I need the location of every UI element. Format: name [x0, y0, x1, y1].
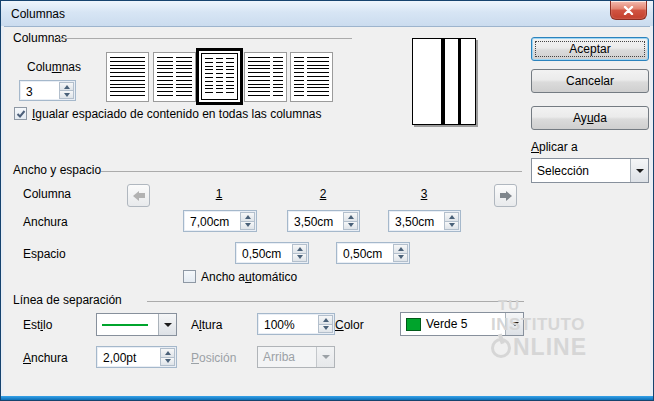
- watermark-line1: TU: [498, 297, 587, 312]
- arrow-left-icon: [133, 191, 145, 201]
- spin-up-button[interactable]: [318, 315, 333, 325]
- line-style-preview: [102, 324, 148, 326]
- position-label: Posición: [191, 351, 236, 365]
- column-number-3: 3: [404, 187, 444, 201]
- spin-down-button[interactable]: [343, 222, 358, 231]
- spin-up-button[interactable]: [343, 212, 358, 222]
- style-label: Estilo: [23, 318, 52, 332]
- preset-one-column[interactable]: [106, 52, 149, 102]
- window-frame-left: [1, 26, 4, 396]
- spin-up-button[interactable]: [292, 244, 307, 254]
- spin-down-button[interactable]: [318, 325, 333, 334]
- power-icon: [491, 338, 511, 358]
- column-number-2: 2: [303, 187, 343, 201]
- close-button[interactable]: [610, 1, 647, 20]
- line-color-select[interactable]: Verde 5: [400, 312, 524, 336]
- line-style-select[interactable]: [96, 313, 177, 336]
- dropdown-button[interactable]: [505, 313, 523, 335]
- column-count-value: 3: [21, 82, 58, 99]
- column-number-1: 1: [199, 187, 239, 201]
- column-row-label: Columna: [23, 187, 71, 201]
- width-spinner-col2[interactable]: 3,50cm: [287, 210, 360, 232]
- column-separator-bar: [441, 39, 445, 124]
- chevron-down-icon: [636, 169, 644, 173]
- window-frame-right: [650, 26, 653, 396]
- titlebar: Columnas: [1, 1, 653, 27]
- arrow-down-icon: [64, 93, 70, 97]
- spin-down-button[interactable]: [292, 254, 307, 263]
- spin-down-button[interactable]: [160, 358, 175, 367]
- spacing-row-label: Espacio: [23, 247, 66, 261]
- line-position-select[interactable]: Arriba: [257, 346, 335, 368]
- autowidth-label: Ancho automático: [201, 270, 297, 284]
- color-value: Verde 5: [426, 317, 467, 331]
- dropdown-button[interactable]: [630, 159, 648, 182]
- columns-group-line: [58, 38, 352, 39]
- spin-down-button[interactable]: [240, 222, 255, 231]
- dropdown-button: [316, 347, 334, 367]
- spin-up-button[interactable]: [160, 348, 175, 358]
- column-separator-bar: [458, 39, 461, 124]
- line-width-label: Anchura: [23, 351, 68, 365]
- apply-to-select[interactable]: Selección: [531, 158, 649, 183]
- close-icon: [623, 6, 634, 15]
- arrow-right-icon: [500, 191, 512, 201]
- help-button[interactable]: Ayuda: [531, 106, 649, 130]
- autowidth-checkbox[interactable]: [183, 270, 196, 283]
- page-preview: [412, 38, 476, 125]
- separator-group-title: Línea de separación: [13, 293, 122, 307]
- height-label: Altura: [191, 318, 222, 332]
- arrow-up-icon: [64, 85, 70, 89]
- spin-up-button[interactable]: [444, 212, 459, 222]
- width-row-label: Anchura: [23, 215, 68, 229]
- separator-group-line: [147, 301, 524, 302]
- watermark-line3: NLINE: [513, 336, 587, 359]
- columns-dialog: Columnas Columnas Columnas 3 Igualar esp…: [0, 0, 654, 401]
- preset-three-equal-columns[interactable]: [201, 53, 238, 100]
- chevron-down-icon: [164, 323, 172, 327]
- apply-to-value: Selección: [532, 159, 630, 182]
- position-value: Arriba: [258, 347, 316, 367]
- width-spinner-col1[interactable]: 7,00cm: [183, 210, 257, 232]
- spacing-spinner-2[interactable]: 0,50cm: [336, 242, 410, 264]
- spin-up-button[interactable]: [59, 82, 74, 91]
- dropdown-button[interactable]: [158, 314, 176, 335]
- width-group-title: Ancho y espacio: [13, 163, 101, 177]
- equal-spacing-label: Igualar espaciado de contenido en todas …: [32, 107, 322, 121]
- color-label: Color: [335, 318, 364, 332]
- spin-down-button[interactable]: [393, 254, 408, 263]
- spin-up-button[interactable]: [393, 244, 408, 254]
- previous-column-button[interactable]: [127, 184, 150, 207]
- window-frame-bottom: [1, 396, 653, 400]
- apply-to-label: Aplicar a: [531, 140, 578, 154]
- preset-two-columns-wide-right[interactable]: [290, 52, 333, 102]
- width-group-line: [101, 171, 522, 172]
- column-count-label: Columnas: [27, 60, 81, 74]
- column-count-spinner[interactable]: 3: [19, 80, 76, 101]
- preset-two-columns-wide-left[interactable]: [244, 52, 287, 102]
- cancel-button[interactable]: Cancelar: [531, 69, 649, 93]
- color-swatch: [406, 318, 421, 331]
- window-title: Columnas: [11, 7, 65, 21]
- accept-button[interactable]: Aceptar: [531, 37, 649, 61]
- next-column-button[interactable]: [494, 184, 517, 207]
- spin-down-button[interactable]: [444, 222, 459, 231]
- chevron-down-icon: [511, 322, 519, 326]
- spin-down-button[interactable]: [59, 91, 74, 99]
- spin-up-button[interactable]: [240, 212, 255, 222]
- line-width-spinner[interactable]: 2,00pt: [96, 346, 177, 368]
- spacing-spinner-1[interactable]: 0,50cm: [235, 242, 309, 264]
- equal-spacing-checkbox[interactable]: [14, 107, 27, 120]
- checkmark-icon: [16, 109, 26, 119]
- width-spinner-col3[interactable]: 3,50cm: [388, 210, 461, 232]
- line-height-spinner[interactable]: 100%: [257, 313, 335, 335]
- chevron-down-icon: [322, 355, 330, 359]
- preset-two-equal-columns[interactable]: [153, 52, 196, 102]
